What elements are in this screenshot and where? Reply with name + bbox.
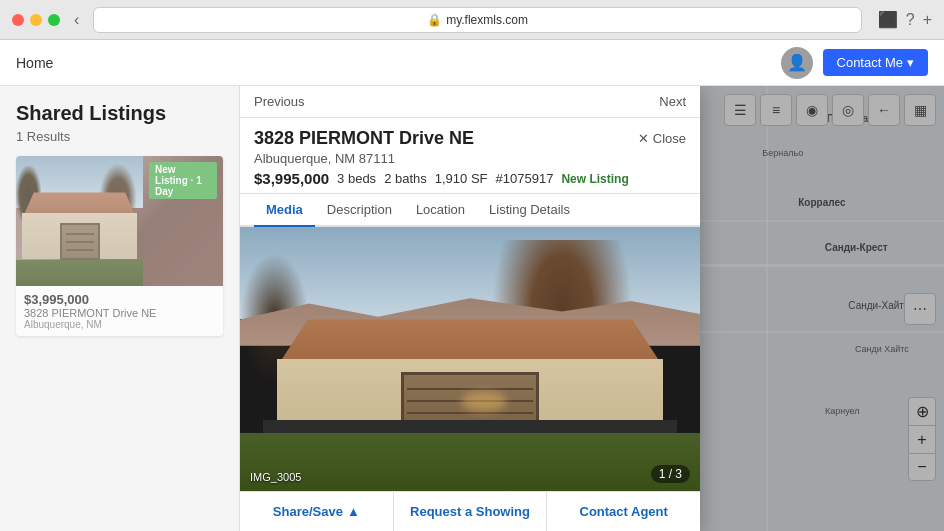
modal-price: $3,995,000 <box>254 170 329 187</box>
tab-description[interactable]: Description <box>315 194 404 227</box>
modal-sqft: 1,910 SF <box>435 171 488 186</box>
chevron-up-icon: ▲ <box>347 504 360 519</box>
modal-image-container: IMG_3005 1 / 3 <box>240 227 700 491</box>
header-right: 👤 Contact Me ▾ <box>781 47 928 79</box>
modal-tabs: Media Description Location Listing Detai… <box>240 194 700 227</box>
gl3 <box>407 412 533 414</box>
garage-door <box>60 223 100 259</box>
tab-listing-details[interactable]: Listing Details <box>477 194 582 227</box>
garage-line-3 <box>66 249 94 251</box>
contact-me-button[interactable]: Contact Me ▾ <box>823 49 928 76</box>
fullscreen-window-btn[interactable] <box>48 14 60 26</box>
close-label: Close <box>653 131 686 146</box>
close-icon: ✕ <box>638 131 649 146</box>
app-body: Shared Listings 1 Results <box>0 86 944 531</box>
modal-address-title: 3828 PIERMONT Drive NE <box>254 128 474 149</box>
photo-light <box>461 391 507 412</box>
new-tab-icon[interactable]: + <box>923 10 932 29</box>
contact-agent-button[interactable]: Contact Agent <box>547 492 700 531</box>
browser-actions: ⬛ ? + <box>878 10 932 29</box>
contact-agent-label: Contact Agent <box>580 504 668 519</box>
image-filename-label: IMG_3005 <box>250 471 301 483</box>
app-container: Home 👤 Contact Me ▾ Shared Listings 1 Re… <box>0 40 944 531</box>
modal-title-row: 3828 PIERMONT Drive NE ✕ Close <box>254 128 686 149</box>
sidebar-title: Shared Listings <box>16 102 223 125</box>
house-body <box>22 213 136 259</box>
modal-beds: 3 beds <box>337 171 376 186</box>
next-button[interactable]: Next <box>659 94 686 109</box>
chevron-down-icon: ▾ <box>907 55 914 70</box>
home-link[interactable]: Home <box>16 55 53 71</box>
close-button[interactable]: ✕ Close <box>638 131 686 146</box>
help-icon[interactable]: ? <box>906 10 915 29</box>
contact-me-label: Contact Me <box>837 55 903 70</box>
listing-card-body: $3,995,000 3828 PIERMONT Drive NE Albuqu… <box>16 286 223 336</box>
listing-city: Albuquerque, NM <box>24 319 215 330</box>
modal-baths: 2 baths <box>384 171 427 186</box>
share-save-label: Share/Save <box>273 504 343 519</box>
header-left: Home <box>16 55 53 71</box>
listing-thumbnail <box>16 156 143 286</box>
listing-card[interactable]: New Listing · 1 Day $3,995,000 3828 PIER… <box>16 156 223 336</box>
listing-card-image: New Listing · 1 Day <box>16 156 223 286</box>
listing-price: $3,995,000 <box>24 292 215 307</box>
modal-listing-num: #1075917 <box>496 171 554 186</box>
garage-line-2 <box>66 241 94 243</box>
browser-chrome: ‹ 🔒 my.flexmls.com ⬛ ? + <box>0 0 944 40</box>
modal-footer: Share/Save ▲ Request a Showing Contact A… <box>240 491 700 531</box>
modal-navigation: Previous Next <box>240 86 700 118</box>
listing-address: 3828 PIERMONT Drive NE <box>24 307 215 319</box>
sidebar-results: 1 Results <box>16 129 223 144</box>
minimize-window-btn[interactable] <box>30 14 42 26</box>
photo-ground <box>240 433 700 491</box>
ground-element <box>16 260 143 286</box>
address-bar[interactable]: 🔒 my.flexmls.com <box>93 7 861 33</box>
gl1 <box>407 388 533 390</box>
request-showing-button[interactable]: Request a Showing <box>394 492 548 531</box>
tab-location[interactable]: Location <box>404 194 477 227</box>
image-counter: 1 / 3 <box>651 465 690 483</box>
app-header: Home 👤 Contact Me ▾ <box>0 40 944 86</box>
modal-header: 3828 PIERMONT Drive NE ✕ Close Albuquerq… <box>240 118 700 194</box>
lock-icon: 🔒 <box>427 13 442 27</box>
tab-media[interactable]: Media <box>254 194 315 227</box>
previous-button[interactable]: Previous <box>254 94 305 109</box>
listing-detail-modal: Previous Next 3828 PIERMONT Drive NE ✕ C… <box>240 86 700 531</box>
sidebar: Shared Listings 1 Results <box>0 86 240 531</box>
modal-new-listing-tag: New Listing <box>561 172 628 186</box>
share-save-button[interactable]: Share/Save ▲ <box>240 492 394 531</box>
garage-line-1 <box>66 233 94 235</box>
traffic-lights <box>12 14 60 26</box>
user-avatar[interactable]: 👤 <box>781 47 813 79</box>
screen-share-icon[interactable]: ⬛ <box>878 10 898 29</box>
back-button[interactable]: ‹ <box>68 9 85 31</box>
close-window-btn[interactable] <box>12 14 24 26</box>
modal-price-row: $3,995,000 3 beds 2 baths 1,910 SF #1075… <box>254 170 686 187</box>
modal-subtitle: Albuquerque, NM 87111 <box>254 151 686 166</box>
property-photo <box>240 227 700 491</box>
listing-badge: New Listing · 1 Day <box>149 162 217 199</box>
photo-fence <box>263 420 677 433</box>
modal-overlay: Previous Next 3828 PIERMONT Drive NE ✕ C… <box>240 86 944 531</box>
map-area: Пласитас Бернальо Корралес Санди-Крест С… <box>240 86 944 531</box>
url-text: my.flexmls.com <box>446 13 528 27</box>
request-showing-label: Request a Showing <box>410 504 530 519</box>
